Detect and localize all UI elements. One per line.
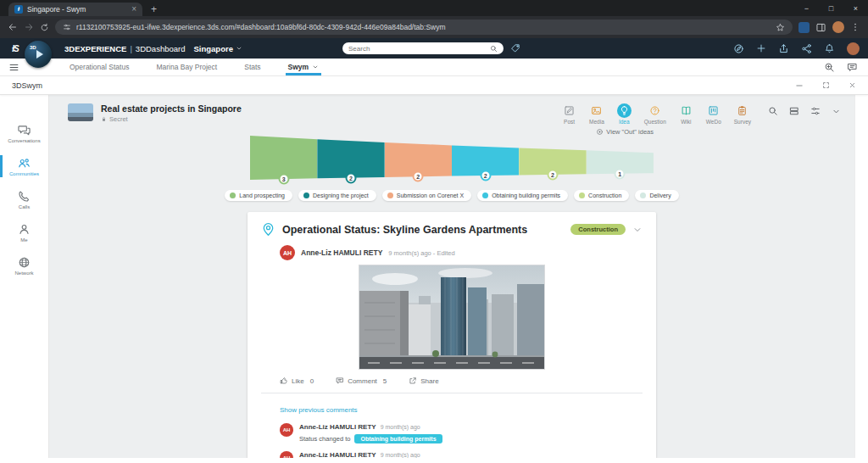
feedback-icon[interactable]	[847, 62, 858, 73]
funnel-stage-designing-the-project[interactable]: 2	[317, 136, 384, 180]
tab-favicon: Ɨ	[14, 5, 23, 14]
sidebar-item-network[interactable]: Network	[0, 256, 48, 276]
funnel-stage-delivery[interactable]: 1	[587, 136, 654, 180]
sidebar-item-communities[interactable]: Communities	[0, 157, 48, 176]
widget-minimize-button[interactable]	[795, 81, 804, 90]
browser-tab[interactable]: Ɨ Singapore - Swym ×	[8, 3, 142, 16]
community-thumbnail[interactable]	[68, 103, 93, 121]
sidebar-item-conversations[interactable]: Conversations	[0, 124, 48, 143]
extension-icon[interactable]	[798, 22, 810, 33]
widget-maximize-button[interactable]	[822, 81, 830, 89]
view-toggle-icon[interactable]	[789, 106, 799, 116]
3ds-logo: ƗS	[5, 44, 25, 53]
tab-swym[interactable]: Swym	[286, 59, 322, 75]
add-content-icon[interactable]	[756, 43, 766, 53]
site-info-icon[interactable]	[63, 23, 71, 31]
collapse-chevron-icon[interactable]	[832, 107, 841, 116]
tab-close-icon[interactable]: ×	[131, 5, 136, 14]
comment: AHAnne-Liz HAMULI RETY9 month(s) agoStat…	[280, 423, 643, 443]
tab-marina-bay-project[interactable]: Marina Bay Project	[153, 59, 220, 75]
share-button[interactable]: Share	[409, 377, 438, 385]
community-search-icon[interactable]	[768, 106, 778, 116]
user-avatar[interactable]	[847, 42, 860, 55]
widget-close-button[interactable]	[849, 81, 856, 89]
idea-image[interactable]	[359, 265, 544, 369]
global-search-input[interactable]	[348, 45, 487, 53]
funnel-stage-submission-on-corenet-x[interactable]: 2	[385, 136, 452, 180]
tab-stats[interactable]: Stats	[242, 59, 263, 75]
content-type-wiki[interactable]: Wiki	[679, 103, 693, 125]
like-count: 0	[310, 377, 314, 385]
out-ideas-icon	[596, 128, 604, 136]
comment-avatar[interactable]: AH	[280, 423, 293, 437]
side-panel-icon[interactable]	[815, 22, 826, 33]
sidebar-item-calls[interactable]: Calls	[0, 190, 48, 209]
filter-icon[interactable]	[810, 106, 821, 116]
collaborate-icon[interactable]	[801, 43, 812, 54]
lock-icon	[101, 116, 107, 122]
dashboard-selector[interactable]: Singapore	[193, 44, 242, 53]
window-maximize-button[interactable]: □	[819, 0, 843, 16]
legend-construction[interactable]: Construction	[574, 190, 629, 201]
back-button[interactable]	[8, 22, 18, 32]
zoom-search-icon[interactable]	[824, 62, 835, 73]
app-name: 3DDashboard	[136, 44, 186, 53]
comments: AHAnne-Liz HAMULI RETY9 month(s) agoStat…	[280, 423, 643, 463]
menu-icon[interactable]	[8, 62, 19, 73]
tab-title: Singapore - Swym	[27, 5, 127, 14]
show-previous-comments-link[interactable]: Show previous comments	[280, 406, 358, 414]
view-out-ideas-link[interactable]: View "Out" ideas	[596, 128, 654, 136]
nav-tabs: Operational StatusMarina Bay ProjectStat…	[67, 59, 321, 75]
divider	[261, 393, 643, 393]
address-bar[interactable]: r1132100753925-eu1-ifwe.3dexperience.3ds…	[55, 20, 793, 35]
legend-delivery[interactable]: Delivery	[635, 190, 678, 201]
card-chevron-icon[interactable]	[632, 225, 643, 235]
content-type-idea[interactable]: Idea	[617, 103, 632, 125]
share-icon[interactable]	[778, 43, 789, 54]
browser-menu-icon[interactable]	[850, 22, 860, 32]
community-privacy: Secret	[101, 115, 242, 123]
comment-time: 9 month(s) ago	[381, 424, 420, 430]
content-type-survey[interactable]: Survey	[734, 103, 751, 125]
bookmark-star-icon[interactable]	[776, 23, 785, 32]
refresh-button[interactable]	[40, 23, 49, 32]
view-out-label: View "Out" ideas	[606, 128, 654, 136]
funnel-stage-construction[interactable]: 2	[519, 136, 586, 180]
tags-icon[interactable]	[510, 43, 520, 53]
idea-title[interactable]: Operational Status: Skyline Gardens Apar…	[282, 224, 564, 236]
sidebar-item-me[interactable]: Me	[0, 223, 48, 243]
swym-sidebar: ConversationsCommunitiesCallsMeNetwork	[0, 95, 49, 463]
legend-land-prospecting[interactable]: Land prospecting	[225, 190, 292, 201]
dashboard-tab-bar: Operational StatusMarina Bay ProjectStat…	[0, 59, 868, 76]
content-type-question[interactable]: Question	[644, 103, 666, 125]
content-type-media[interactable]: Media	[589, 103, 604, 125]
share-post-icon	[409, 377, 417, 385]
window-minimize-button[interactable]: −	[794, 0, 819, 16]
page-bottom-edge	[0, 458, 868, 463]
3dcompass-button[interactable]: 3D	[25, 41, 52, 68]
community-name[interactable]: Real estate projects in Singapore	[101, 103, 242, 114]
compass-icon[interactable]	[733, 43, 744, 54]
author-avatar[interactable]: AH	[280, 245, 295, 260]
new-tab-button[interactable]: +	[151, 4, 157, 14]
search-icon[interactable]	[490, 45, 498, 53]
notifications-icon[interactable]	[824, 43, 835, 54]
author-name[interactable]: Anne-Liz HAMULI RETY	[301, 248, 382, 257]
like-button[interactable]: Like 0	[280, 377, 314, 385]
comment-button[interactable]: Comment 5	[336, 377, 387, 385]
swym-app: ConversationsCommunitiesCallsMeNetwork R…	[0, 95, 868, 463]
tab-operational-status[interactable]: Operational Status	[67, 59, 131, 75]
idea-funnel: View "Out" ideas 322221	[250, 130, 654, 182]
legend-obtaining-building-permits[interactable]: Obtaining building permits	[477, 190, 568, 201]
funnel-stage-obtaining-building-permits[interactable]: 2	[452, 136, 519, 180]
content-type-wedo[interactable]: WeDo	[706, 103, 721, 125]
window-close-button[interactable]: ×	[843, 0, 868, 16]
comment-author[interactable]: Anne-Liz HAMULI RETY9 month(s) ago	[299, 423, 442, 431]
legend-submission-on-corenet-x[interactable]: Submission on Corenet X	[382, 190, 471, 201]
legend-designing-the-project[interactable]: Designing the project	[298, 190, 376, 201]
global-search[interactable]	[342, 42, 504, 54]
browser-profile-avatar[interactable]	[832, 21, 844, 33]
forward-button[interactable]	[24, 22, 34, 32]
content-type-post[interactable]: Post	[562, 103, 576, 125]
funnel-stage-land-prospecting[interactable]: 3	[250, 136, 317, 180]
